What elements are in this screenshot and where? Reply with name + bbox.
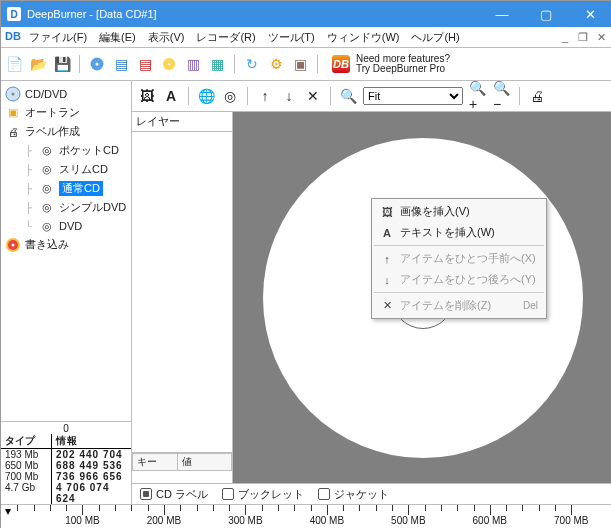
cd-small-icon[interactable]	[160, 55, 178, 73]
disc-blue-icon[interactable]	[88, 55, 106, 73]
svg-point-5	[12, 93, 15, 96]
separator	[519, 87, 520, 105]
maximize-button[interactable]: ▢	[524, 1, 568, 27]
sidebar-item-simpledvd[interactable]: ├ ◎ シンプルDVD	[3, 198, 129, 217]
menu-item-label: 画像を挿入(V)	[400, 204, 470, 219]
tab-cd-label[interactable]: CD ラベル	[140, 487, 208, 502]
window-icon: ▣	[5, 106, 21, 120]
prop-col-key: キー	[133, 454, 178, 471]
menu-item-label: アイテムを削除(Z)	[400, 298, 491, 313]
promo[interactable]: DB Need more features? Try DeepBurner Pr…	[332, 54, 450, 75]
refresh-icon[interactable]: ↻	[243, 55, 261, 73]
menu-insert-image[interactable]: 🖼 画像を挿入(V)	[374, 201, 544, 222]
save-icon[interactable]: 💾	[53, 55, 71, 73]
mdi-close[interactable]: ✕	[594, 31, 608, 44]
separator	[79, 55, 80, 73]
insert-image-icon[interactable]: 🖼	[138, 87, 156, 105]
sidebar-item-autorun[interactable]: ▣ オートラン	[3, 103, 129, 122]
cd-outline-icon: ◎	[39, 144, 55, 158]
promo-logo-icon: DB	[332, 55, 350, 73]
menu-recorder[interactable]: レコーダ(R)	[190, 28, 261, 47]
sidebar-item-label: 書き込み	[25, 237, 69, 252]
capacity-col-info: 情報	[52, 434, 131, 448]
insert-text-icon[interactable]: A	[162, 87, 180, 105]
main-toolbar: 📄 📂 💾 ▤ ▤ ▥ ▦ ↻ ⚙ ▣ DB Need more feature…	[1, 48, 611, 81]
bring-front-icon[interactable]: ↑	[256, 87, 274, 105]
menu-separator	[374, 292, 544, 293]
ruler-marker-icon: ▾	[5, 504, 11, 518]
separator	[317, 55, 318, 73]
delete-item-icon[interactable]: ✕	[304, 87, 322, 105]
mdi-restore[interactable]: ❐	[576, 31, 590, 44]
zoom-select[interactable]: Fit	[363, 87, 463, 105]
capacity-col-type: タイプ	[1, 434, 52, 448]
tab-jacket[interactable]: ジャケット	[318, 487, 389, 502]
capacity-panel: 0 タイプ 情報 193 Mb202 440 704 650 Mb688 449…	[1, 421, 131, 504]
menu-help[interactable]: ヘルプ(H)	[405, 28, 465, 47]
sidebar-item-slimcd[interactable]: ├ ◎ スリムCD	[3, 160, 129, 179]
send-back-icon[interactable]: ↓	[280, 87, 298, 105]
zoom-out-icon[interactable]: 🔍−	[493, 87, 511, 105]
menu-tools[interactable]: ツール(T)	[262, 28, 321, 47]
radio-on-icon	[140, 488, 152, 500]
layer-list[interactable]	[132, 132, 232, 452]
gear-icon[interactable]: ⚙	[267, 55, 285, 73]
sidebar-item-label: オートラン	[25, 105, 80, 120]
tree-elbow-icon: ├	[25, 164, 35, 175]
globe-icon[interactable]: 🌐	[197, 87, 215, 105]
ruler-label: 100 MB	[65, 515, 99, 526]
ruler-label: 200 MB	[147, 515, 181, 526]
tab-label: ブックレット	[238, 487, 304, 502]
zoom-in-icon[interactable]: 🔍+	[469, 87, 487, 105]
printer-icon: 🖨	[5, 125, 21, 139]
mdi-minimize[interactable]: _	[558, 31, 572, 44]
promo-line2: Try DeepBurner Pro	[356, 64, 450, 75]
menu-insert-text[interactable]: A テキストを挿入(W)	[374, 222, 544, 243]
sidebar-item-labeling[interactable]: 🖨 ラベル作成	[3, 122, 129, 141]
block-icon[interactable]: ▦	[208, 55, 226, 73]
menu-separator	[374, 245, 544, 246]
sidebar-item-label: スリムCD	[59, 162, 108, 177]
minimize-button[interactable]: —	[480, 1, 524, 27]
label-toolbar: 🖼 A 🌐 ◎ ↑ ↓ ✕ 🔍 Fit 🔍+ 🔍− 🖨	[132, 81, 611, 112]
menubar: DB ファイル(F) 編集(E) 表示(V) レコーダ(R) ツール(T) ウィ…	[1, 27, 611, 48]
target-icon[interactable]: ◎	[221, 87, 239, 105]
cursor-value: 0	[1, 422, 131, 434]
svg-point-1	[96, 63, 99, 66]
sidebar-item-dvd[interactable]: └ ◎ DVD	[3, 217, 129, 235]
burn-disc-icon	[5, 238, 21, 252]
sidebar-item-label: CD/DVD	[25, 88, 67, 100]
sidebar-item-label: DVD	[59, 220, 82, 232]
tree-elbow-icon: ├	[25, 183, 35, 194]
stack-icon[interactable]: ▥	[184, 55, 202, 73]
menu-window[interactable]: ウィンドウ(W)	[321, 28, 406, 47]
tab-booklet[interactable]: ブックレット	[222, 487, 304, 502]
chip-icon[interactable]: ▣	[291, 55, 309, 73]
book-blue-icon[interactable]: ▤	[112, 55, 130, 73]
sidebar-item-burn[interactable]: 書き込み	[3, 235, 129, 254]
radio-off-icon	[318, 488, 330, 500]
svg-point-3	[168, 63, 171, 66]
ruler-label: 600 MB	[473, 515, 507, 526]
sidebar-item-normalcd[interactable]: ├ ◎ 通常CD	[3, 179, 129, 198]
book-red-icon[interactable]: ▤	[136, 55, 154, 73]
tab-label: CD ラベル	[156, 487, 208, 502]
sidebar-item-pocketcd[interactable]: ├ ◎ ポケットCD	[3, 141, 129, 160]
menu-delete-item: ✕ アイテムを削除(Z) Del	[374, 295, 544, 316]
menu-file[interactable]: ファイル(F)	[23, 28, 93, 47]
sidebar: CD/DVD ▣ オートラン 🖨 ラベル作成 ├ ◎ ポケットCD ├ ◎	[1, 81, 132, 504]
menu-view[interactable]: 表示(V)	[142, 28, 191, 47]
new-doc-icon[interactable]: 📄	[5, 55, 23, 73]
window-title: DeepBurner - [Data CD#1]	[27, 8, 480, 20]
close-button[interactable]: ✕	[568, 1, 611, 27]
sidebar-item-label: ポケットCD	[59, 143, 119, 158]
sidebar-item-cddvd[interactable]: CD/DVD	[3, 85, 129, 103]
cd-outline-icon: ◎	[39, 219, 55, 233]
separator	[234, 55, 235, 73]
print-icon[interactable]: 🖨	[528, 87, 546, 105]
titlebar: D DeepBurner - [Data CD#1] — ▢ ✕	[1, 1, 611, 27]
open-icon[interactable]: 📂	[29, 55, 47, 73]
app-icon: D	[7, 7, 21, 21]
menu-edit[interactable]: 編集(E)	[93, 28, 142, 47]
bottom-tabs: CD ラベル ブックレット ジャケット	[132, 483, 611, 504]
